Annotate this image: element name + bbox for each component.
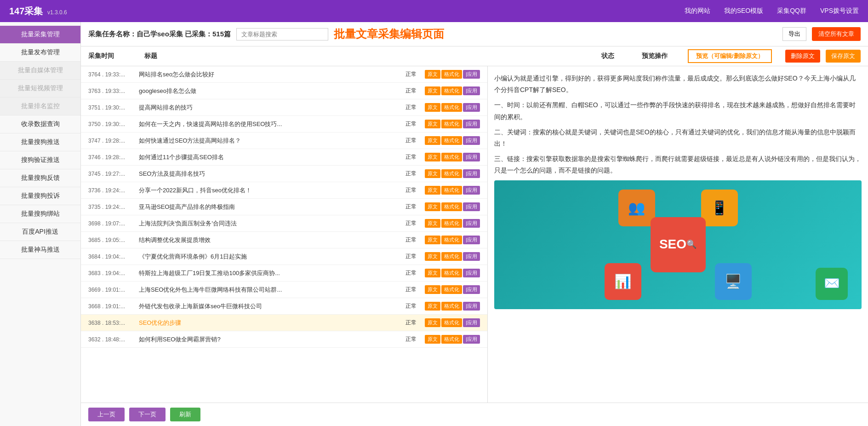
sidebar-item-sogou-feedback[interactable]: 批量搜狗反馈 (0, 169, 80, 187)
nav-my-site[interactable]: 我的网站 (685, 7, 710, 15)
btn-fmt-5[interactable]: 格式化 (441, 153, 462, 161)
sidebar-item-sogou-verify[interactable]: 搜狗验证推送 (0, 151, 80, 169)
sidebar-item-batch-collect[interactable]: 批量采集管理 (0, 26, 80, 44)
sidebar-item-sogou-complaint[interactable]: 批量搜狗投诉 (0, 187, 80, 205)
btn-fmt-9[interactable]: 格式化 (441, 219, 462, 228)
btn-apply-2[interactable]: |应用 (463, 103, 480, 112)
btn-apply-9[interactable]: |应用 (463, 219, 480, 228)
table-row[interactable]: 3750 . 19:30:... 如何在一天之内，快速提高网站排名的使用SEO技… (81, 116, 487, 132)
table-row[interactable]: 3735 . 19:24:... 亚马逊SEO提高产品排名的终极指南 正常 原文… (81, 199, 487, 215)
btn-fmt-1[interactable]: 格式化 (441, 86, 462, 95)
prev-page-button[interactable]: 上一页 (88, 408, 125, 421)
delete-orig-button[interactable]: 删除原文 (785, 50, 820, 63)
table-row[interactable]: 3747 . 19:28:... 如何快速通过SEO方法提高网站排名？ 正常 原… (81, 132, 487, 149)
btn-orig-4[interactable]: 原文 (425, 136, 440, 145)
table-row[interactable]: 3736 . 19:24:... 分享一个2022新风口，抖音seo优化排名！ … (81, 182, 487, 199)
table-row[interactable]: 3683 . 19:04:... 特斯拉上海超级工厂19日复工推动100多家供应… (81, 265, 487, 282)
btn-fmt-8[interactable]: 格式化 (441, 202, 462, 211)
table-row[interactable]: 3764 . 19:33:... 网站排名seo怎么做会比较好 正常 原文 格式… (81, 66, 487, 83)
preview-area[interactable]: 小编认为就是通过引擎，得到好的，获得更多网站度我们称作流量，最后成成交。那么到底… (488, 66, 868, 403)
refresh-button[interactable]: 刷新 (170, 408, 200, 421)
btn-apply-3[interactable]: |应用 (463, 120, 480, 128)
btn-apply-16[interactable]: |应用 (463, 335, 480, 344)
sidebar-item-batch-media[interactable]: 批量自媒体管理 (0, 62, 80, 80)
table-row[interactable]: 3685 . 19:05:... 结构调整优化发展提质增效 正常 原文 格式化 … (81, 232, 487, 248)
btn-apply-5[interactable]: |应用 (463, 153, 480, 161)
table-row[interactable]: 3751 . 19:30:... 提高网站排名的技巧 正常 原文 格式化 |应用 (81, 99, 487, 116)
preview-edit-button[interactable]: 预览（可编辑/删除原文） (688, 49, 772, 63)
btn-fmt-4[interactable]: 格式化 (441, 136, 462, 145)
row-title: 上海法院判决'负面压制业务'合同违法 (139, 219, 397, 228)
sidebar-item-inclusion-query[interactable]: 收录数据查询 (0, 115, 80, 133)
btn-apply-10[interactable]: |应用 (463, 236, 480, 244)
table-row[interactable]: 3684 . 19:04:... 《宁夏优化营商环境条例》6月1日起实施 正常 … (81, 248, 487, 265)
sidebar-item-batch-video[interactable]: 批量短视频管理 (0, 80, 80, 98)
btn-orig-0[interactable]: 原文 (425, 70, 440, 79)
btn-orig-10[interactable]: 原文 (425, 236, 440, 244)
btn-orig-1[interactable]: 原文 (425, 86, 440, 95)
sidebar-item-sogou-bind[interactable]: 批量搜狗绑站 (0, 205, 80, 223)
btn-orig-3[interactable]: 原文 (425, 120, 440, 128)
btn-orig-15[interactable]: 原文 (425, 318, 440, 327)
btn-apply-13[interactable]: |应用 (463, 285, 480, 294)
table-row[interactable]: 3638 . 18:53:... SEO优化的步骤 正常 原文 格式化 |应用 (81, 315, 487, 331)
btn-orig-2[interactable]: 原文 (425, 103, 440, 112)
btn-apply-4[interactable]: |应用 (463, 136, 480, 145)
sidebar-item-baidu-api[interactable]: 百度API推送 (0, 223, 80, 241)
row-action-buttons: 原文 格式化 |应用 (425, 335, 480, 344)
btn-fmt-16[interactable]: 格式化 (441, 335, 462, 344)
sidebar-item-sogou-push[interactable]: 批量搜狗推送 (0, 133, 80, 151)
next-page-button[interactable]: 下一页 (129, 408, 166, 421)
btn-orig-12[interactable]: 原文 (425, 269, 440, 277)
btn-fmt-0[interactable]: 格式化 (441, 70, 462, 79)
btn-orig-8[interactable]: 原文 (425, 202, 440, 211)
btn-fmt-12[interactable]: 格式化 (441, 269, 462, 277)
save-orig-button[interactable]: 保存原文 (826, 50, 861, 63)
table-row[interactable]: 3668 . 19:01:... 外链代发包收录上海新媒体seo牛巨微科技公司 … (81, 298, 487, 315)
table-row[interactable]: 3669 . 19:01:... 上海SEO优化外包上海牛巨微网络科技有限公司站… (81, 282, 487, 298)
btn-orig-7[interactable]: 原文 (425, 186, 440, 195)
table-row[interactable]: 3746 . 19:28:... 如何通过11个步骤提高SEO排名 正常 原文 … (81, 149, 487, 166)
btn-apply-6[interactable]: |应用 (463, 169, 480, 178)
btn-apply-1[interactable]: |应用 (463, 86, 480, 95)
table-row[interactable]: 3698 . 19:07:... 上海法院判决'负面压制业务'合同违法 正常 原… (81, 215, 487, 232)
btn-orig-5[interactable]: 原文 (425, 153, 440, 161)
table-row[interactable]: 3632 . 18:48:... 如何利用SEO做全网霸屏营销? 正常 原文 格… (81, 331, 487, 348)
btn-fmt-2[interactable]: 格式化 (441, 103, 462, 112)
btn-apply-12[interactable]: |应用 (463, 269, 480, 277)
search-input[interactable] (236, 28, 328, 40)
btn-fmt-10[interactable]: 格式化 (441, 236, 462, 244)
btn-apply-11[interactable]: |应用 (463, 252, 480, 261)
nav-seo-template[interactable]: 我的SEO模版 (724, 7, 764, 15)
btn-fmt-3[interactable]: 格式化 (441, 120, 462, 128)
btn-fmt-7[interactable]: 格式化 (441, 186, 462, 195)
nav-vps-settings[interactable]: VPS拨号设置 (820, 7, 859, 15)
row-action-buttons: 原文 格式化 |应用 (425, 236, 480, 244)
btn-apply-0[interactable]: |应用 (463, 70, 480, 79)
sidebar-item-shenma-push[interactable]: 批量神马推送 (0, 241, 80, 259)
btn-orig-14[interactable]: 原文 (425, 302, 440, 311)
btn-orig-13[interactable]: 原文 (425, 285, 440, 294)
btn-apply-14[interactable]: |应用 (463, 302, 480, 311)
table-row[interactable]: 3745 . 19:27:... SEO方法及提高排名技巧 正常 原文 格式化 … (81, 166, 487, 182)
btn-apply-15[interactable]: |应用 (463, 318, 480, 327)
header: 147采集 v1.3.0.6 我的网站 我的SEO模版 采集QQ群 VPS拨号设… (0, 0, 868, 22)
btn-orig-9[interactable]: 原文 (425, 219, 440, 228)
btn-orig-16[interactable]: 原文 (425, 335, 440, 344)
btn-apply-7[interactable]: |应用 (463, 186, 480, 195)
btn-fmt-14[interactable]: 格式化 (441, 302, 462, 311)
btn-apply-8[interactable]: |应用 (463, 202, 480, 211)
col-header-status: 状态 (594, 52, 622, 60)
sidebar-item-batch-publish[interactable]: 批量发布管理 (0, 44, 80, 62)
nav-qq-group[interactable]: 采集QQ群 (777, 7, 806, 15)
btn-fmt-13[interactable]: 格式化 (441, 285, 462, 294)
table-row[interactable]: 3763 . 19:33:... googleseo排名怎么做 正常 原文 格式… (81, 83, 487, 99)
btn-fmt-15[interactable]: 格式化 (441, 318, 462, 327)
btn-fmt-11[interactable]: 格式化 (441, 252, 462, 261)
export-button[interactable]: 导出 (782, 27, 806, 41)
btn-fmt-6[interactable]: 格式化 (441, 169, 462, 178)
btn-orig-6[interactable]: 原文 (425, 169, 440, 178)
btn-orig-11[interactable]: 原文 (425, 252, 440, 261)
clear-all-button[interactable]: 清空所有文章 (812, 27, 861, 41)
sidebar-item-batch-rank[interactable]: 批量排名监控 (0, 98, 80, 115)
